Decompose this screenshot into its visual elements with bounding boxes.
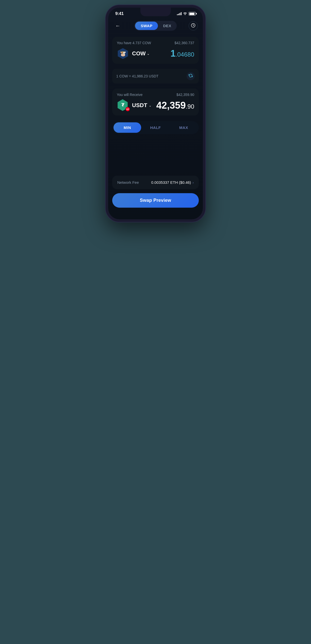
tab-group: SWAP DEX — [134, 21, 177, 31]
from-token-row: 🐮 COW ⌄ 1.04680 — [117, 47, 194, 60]
usdt-token-icon: ₮ OP — [117, 99, 129, 111]
to-token-selector[interactable]: USDT ⌄ — [132, 102, 152, 109]
half-button[interactable]: HALF — [142, 122, 169, 133]
to-usd: $42,359.90 — [176, 93, 194, 97]
cow-hex-bg-icon: 🐮 — [117, 47, 129, 60]
amount-buttons: MIN HALF MAX — [112, 121, 199, 134]
from-usd: $42,360.737 — [174, 41, 194, 45]
to-token-info: ₮ OP USDT ⌄ — [117, 99, 152, 111]
from-amount-decimal: .04680 — [176, 51, 194, 58]
history-icon — [191, 23, 195, 29]
tab-dex[interactable]: DEX — [158, 22, 176, 30]
from-chevron-icon: ⌄ — [147, 52, 150, 56]
network-fee-label: Network Fee — [117, 180, 139, 185]
phone-screen: 9:41 — [108, 8, 203, 219]
to-amount: 42,359.90 — [156, 100, 194, 111]
swap-preview-button[interactable]: Swap Preview — [112, 193, 199, 208]
to-label: You will Receive — [117, 93, 142, 97]
rate-bar: 1 COW = 41,986.23 USDT — [112, 69, 199, 84]
refresh-icon — [189, 74, 193, 79]
header: ← SWAP DEX — [108, 18, 203, 35]
fee-chevron-icon: › — [192, 180, 194, 185]
phone-frame: 9:41 — [106, 5, 205, 222]
content-spacer — [108, 138, 203, 173]
back-arrow-icon: ← — [115, 23, 120, 29]
notch — [140, 8, 171, 16]
back-button[interactable]: ← — [113, 21, 122, 30]
main-content: ← SWAP DEX You h — [108, 18, 203, 219]
to-chevron-icon: ⌄ — [149, 104, 152, 107]
to-amount-decimal: .90 — [186, 103, 194, 110]
battery-icon — [189, 12, 196, 15]
usdt-letter: ₮ — [121, 102, 124, 108]
cow-token-icon: 🐮 — [117, 47, 129, 60]
signal-bars-icon — [177, 12, 182, 15]
refresh-button[interactable] — [187, 72, 195, 80]
to-token-name: USDT — [132, 102, 147, 109]
to-section: You will Receive $42,359.90 ₮ OP USDT — [112, 89, 199, 115]
to-token-row: ₮ OP USDT ⌄ 42,359.90 — [117, 99, 194, 111]
network-fee-section[interactable]: Network Fee 0.0035337 ETH ($0.46) › — [112, 176, 199, 189]
from-meta: You have 4.737 COW $42,360.737 — [117, 41, 194, 45]
rate-text: 1 COW = 41,986.23 USDT — [116, 74, 158, 78]
op-badge: OP — [125, 107, 130, 111]
from-amount-whole: 1 — [171, 48, 176, 59]
history-button[interactable] — [189, 21, 198, 30]
network-fee-value: 0.0035337 ETH ($0.46) — [151, 180, 191, 185]
to-amount-whole: 42,359 — [156, 100, 186, 111]
from-amount[interactable]: 1.04680 — [171, 48, 194, 59]
from-label: You have 4.737 COW — [117, 41, 151, 45]
status-icons — [177, 12, 196, 16]
to-meta: You will Receive $42,359.90 — [117, 93, 194, 97]
max-button[interactable]: MAX — [170, 122, 198, 133]
min-button[interactable]: MIN — [113, 122, 141, 133]
from-token-selector[interactable]: COW ⌄ — [132, 50, 150, 57]
status-time: 9:41 — [115, 11, 124, 16]
tab-swap[interactable]: SWAP — [135, 22, 158, 30]
from-token-name: COW — [132, 50, 146, 57]
from-section: You have 4.737 COW $42,360.737 🐮 COW — [112, 37, 199, 64]
svg-text:🐮: 🐮 — [120, 51, 126, 57]
fee-value-row: 0.0035337 ETH ($0.46) › — [151, 180, 194, 185]
from-token-info: 🐮 COW ⌄ — [117, 47, 150, 60]
wifi-icon — [183, 12, 187, 16]
